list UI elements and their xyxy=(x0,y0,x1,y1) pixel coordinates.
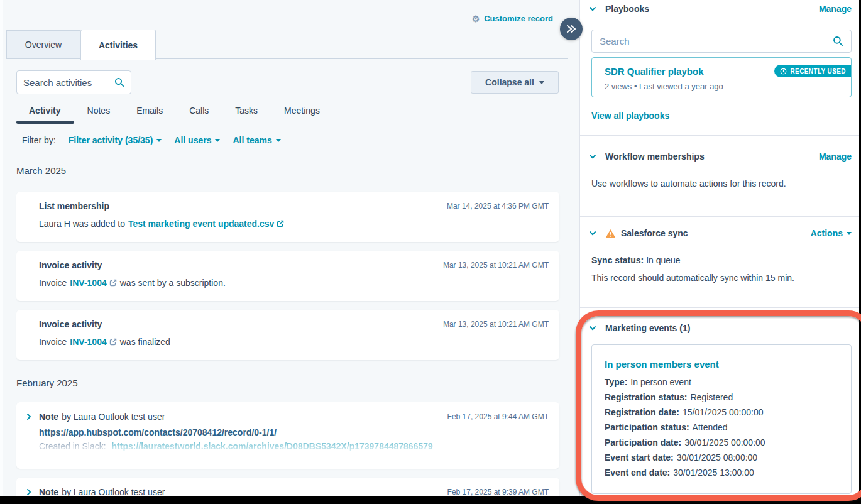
section-divider xyxy=(580,216,861,217)
search-activities-box xyxy=(16,70,131,94)
playbook-card[interactable]: SDR Qualifier playbok 2 views • Last vie… xyxy=(591,57,852,97)
tab-activity[interactable]: Activity xyxy=(29,106,61,116)
card-title: Invoice activity xyxy=(39,260,102,270)
timeline-card-list-membership: List membership Mar 14, 2025 at 4:36 PM … xyxy=(16,192,559,242)
collapse-all-label: Collapse all xyxy=(485,77,534,87)
event-field-type: Type:In person event xyxy=(605,375,765,390)
all-users-label: All users xyxy=(174,135,211,145)
field-value: Attended xyxy=(693,422,728,432)
event-field-registration-date: Registration date:15/01/2025 00:00:00 xyxy=(605,405,765,420)
tab-overview[interactable]: Overview xyxy=(6,30,80,59)
card-body: Laura H was added to Test marketing even… xyxy=(39,219,284,229)
section-divider xyxy=(580,135,861,136)
marketing-event-fields: Type:In person event Registration status… xyxy=(605,375,765,480)
salesforce-actions-dropdown[interactable]: Actions xyxy=(811,228,852,238)
clock-icon xyxy=(780,68,787,75)
card-title: Invoice activity xyxy=(39,319,102,329)
field-label: Event start date: xyxy=(605,452,674,463)
card-text: Laura H was added to xyxy=(39,219,125,229)
left-edge-strip xyxy=(0,0,3,496)
note-byline: by Laura Outlook test user xyxy=(62,412,165,422)
search-activities-input[interactable] xyxy=(23,77,114,88)
salesforce-title: Salesforce sync xyxy=(621,228,688,238)
field-label: Registration date: xyxy=(605,407,679,417)
playbooks-section-header: Playbooks Manage xyxy=(589,4,852,14)
workflows-description: Use workflows to automate actions for th… xyxy=(591,178,786,189)
sync-status-line: Sync status: In queue xyxy=(591,255,681,265)
note-slack-link[interactable]: https://lauratestworld.slack.com/archive… xyxy=(112,441,433,451)
note-byline: by Laura Outlook test user xyxy=(62,487,165,497)
playbooks-title: Playbooks xyxy=(605,4,649,14)
customize-record-link[interactable]: ⚙ Customize record xyxy=(472,14,553,23)
bottom-black-bar xyxy=(0,496,861,504)
card-body: Invoice INV-1004 was sent by a subscript… xyxy=(39,278,226,288)
tab-calls[interactable]: Calls xyxy=(189,106,209,116)
gear-icon: ⚙ xyxy=(472,14,480,23)
all-teams-dropdown[interactable]: All teams xyxy=(233,135,280,145)
event-field-start-date: Event start date:30/01/2025 08:00:00 xyxy=(605,450,765,465)
note-hubspot-link[interactable]: https://app.hubspot.com/contacts/2070841… xyxy=(39,427,277,437)
card-text: was finalized xyxy=(120,337,170,347)
filter-by-label: Filter by: xyxy=(22,135,56,145)
event-field-registration-status: Registration status:Registered xyxy=(605,390,765,405)
external-link-icon xyxy=(109,338,117,346)
playbooks-search-input[interactable] xyxy=(600,36,833,47)
field-value: 30/01/2025 00:00:00 xyxy=(684,437,765,447)
card-text: was sent by a subscription. xyxy=(120,278,226,288)
workflows-manage-link[interactable]: Manage xyxy=(819,151,852,162)
filter-activity-dropdown[interactable]: Filter activity (35/35) xyxy=(69,135,162,145)
collapse-sidebar-button[interactable] xyxy=(560,18,583,40)
note-header: Note by Laura Outlook test user xyxy=(39,487,165,497)
recently-used-badge: RECENTLY USED xyxy=(774,65,851,77)
chevron-down-icon[interactable] xyxy=(589,229,596,237)
playbooks-manage-link[interactable]: Manage xyxy=(819,4,852,14)
marketing-events-title: Marketing events (1) xyxy=(605,323,690,333)
tab-meetings[interactable]: Meetings xyxy=(284,106,320,116)
list-link[interactable]: Test marketing event updaated.csv xyxy=(128,219,284,229)
card-timestamp: Mar 13, 2025 at 10:21 AM GMT xyxy=(443,261,549,270)
card-timestamp: Mar 14, 2025 at 4:36 PM GMT xyxy=(447,202,549,211)
workflows-title: Workflow memberships xyxy=(605,151,705,162)
card-body: Invoice INV-1004 was finalized xyxy=(39,337,170,347)
filter-activity-label: Filter activity (35/35) xyxy=(69,135,153,145)
field-value: 30/01/2025 08:00:00 xyxy=(677,452,757,463)
card-text: Invoice xyxy=(39,278,67,288)
slack-prefix: Created in Slack: xyxy=(39,441,106,451)
crm-record-page: ⚙ Customize record Overview Activities C… xyxy=(0,0,861,504)
salesforce-section-header: Salesforce sync Actions xyxy=(589,228,852,238)
search-icon xyxy=(833,36,843,47)
chevron-right-icon[interactable] xyxy=(26,488,32,496)
marketing-event-name-link[interactable]: In person members event xyxy=(605,359,719,370)
tab-notes[interactable]: Notes xyxy=(87,106,111,116)
list-link-label: Test marketing event updaated.csv xyxy=(128,219,274,229)
all-users-dropdown[interactable]: All users xyxy=(174,135,220,145)
invoice-link[interactable]: INV-1004 xyxy=(70,337,116,347)
timeline-card-note-1: Note by Laura Outlook test user Feb 17, … xyxy=(16,402,559,469)
customize-record-label: Customize record xyxy=(484,14,553,23)
playbook-name[interactable]: SDR Qualifier playbok xyxy=(605,66,704,77)
tab-tasks[interactable]: Tasks xyxy=(235,106,258,116)
section-divider xyxy=(580,307,861,308)
field-label: Participation date: xyxy=(605,437,681,447)
tab-emails[interactable]: Emails xyxy=(136,106,163,116)
actions-label: Actions xyxy=(811,228,843,238)
card-text: Invoice xyxy=(39,337,67,347)
activity-panel: ⚙ Customize record Overview Activities C… xyxy=(0,0,579,504)
tab-activities-label: Activities xyxy=(99,40,138,50)
collapse-all-button[interactable]: Collapse all xyxy=(471,71,559,94)
invoice-link[interactable]: INV-1004 xyxy=(70,278,116,288)
chevron-down-icon[interactable] xyxy=(589,324,596,332)
field-label: Participation status: xyxy=(605,422,689,432)
warning-icon xyxy=(605,229,616,238)
month-header-march: March 2025 xyxy=(16,165,66,176)
chevron-down-icon[interactable] xyxy=(589,153,596,160)
event-field-end-date: Event end date:30/01/2025 13:00:00 xyxy=(605,465,765,480)
caret-down-icon xyxy=(156,139,162,142)
chevron-down-icon[interactable] xyxy=(589,5,596,13)
card-timestamp: Feb 17, 2025 at 9:39 AM GMT xyxy=(447,488,549,496)
tab-activities[interactable]: Activities xyxy=(80,30,156,60)
timeline-card-invoice-finalized: Invoice activity Mar 13, 2025 at 10:21 A… xyxy=(16,310,559,360)
field-value: 15/01/2025 00:00:00 xyxy=(683,407,763,417)
view-all-playbooks-link[interactable]: View all playbooks xyxy=(591,111,669,121)
chevron-right-icon[interactable] xyxy=(26,413,32,420)
